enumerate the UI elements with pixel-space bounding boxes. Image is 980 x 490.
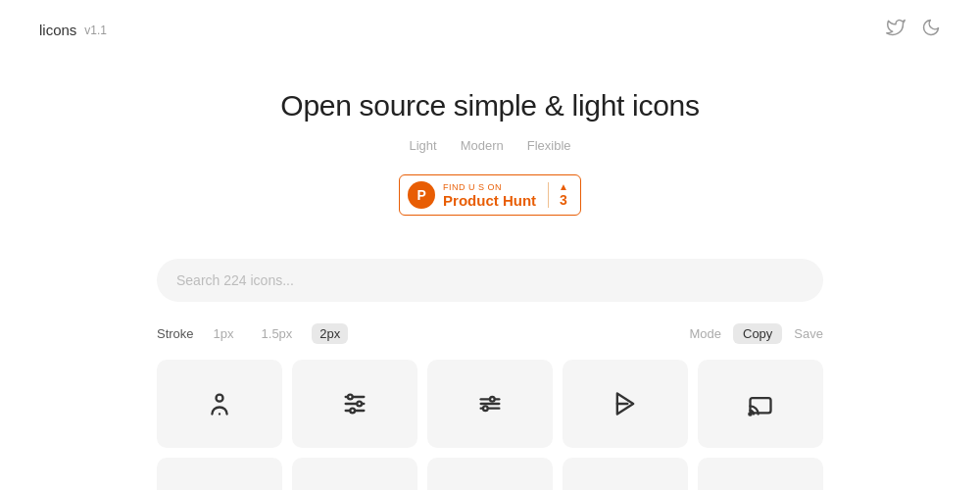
twitter-icon[interactable] [886,18,906,42]
ph-arrow-icon: ▲ [559,182,568,192]
logo-text: licons [39,22,76,38]
stroke-2px[interactable]: 2px [312,323,348,344]
version-badge: v1.1 [84,24,107,37]
stroke-controls: Stroke 1px 1.5px 2px [157,323,348,344]
settings-icon-card[interactable] [427,360,553,448]
badge-modern: Modern [461,138,504,153]
header: licons v1.1 [0,0,980,60]
person-icon [206,390,233,417]
save-button[interactable]: Save [794,326,823,341]
person-icon-card[interactable] [157,360,282,448]
settings-icon [476,390,504,417]
stroke-1-5px[interactable]: 1.5px [254,323,301,344]
cast-icon [747,390,774,417]
hero-section: Open source simple & light icons Light M… [0,60,980,235]
svg-point-5 [348,395,353,400]
svg-point-7 [350,409,355,414]
stroke-label: Stroke [157,326,194,341]
ph-vote-count: ▲ 3 [548,182,568,209]
badge-flexible: Flexible [527,138,571,153]
send-icon-card[interactable] [563,360,688,448]
sliders-icon [341,390,368,417]
search-input[interactable] [157,259,823,302]
ph-text: FIND U S ON Product Hunt [443,182,536,209]
hero-title: Open source simple & light icons [20,89,960,122]
hero-badges: Light Modern Flexible [20,138,960,153]
anchor-icon-card[interactable] [698,458,823,490]
badge-light: Light [409,138,436,153]
svg-point-16 [749,413,751,415]
logo: licons v1.1 [39,22,107,38]
ph-number: 3 [560,192,567,209]
svg-point-12 [483,406,488,411]
dark-mode-icon[interactable] [921,18,941,42]
copy-button[interactable]: Copy [733,323,782,344]
send-icon [612,390,639,417]
list-center-icon-card[interactable] [292,458,417,490]
product-hunt-button[interactable]: P FIND U S ON Product Hunt ▲ 3 [399,174,581,216]
controls-bar: Stroke 1px 1.5px 2px Mode Copy Save [0,314,980,356]
stroke-1px[interactable]: 1px [206,323,242,344]
svg-point-6 [357,402,362,407]
search-section [0,235,980,314]
ph-find-label: FIND U S ON [443,182,502,192]
mode-label: Mode [689,326,721,341]
header-actions [886,18,941,42]
list-right-icon-card[interactable] [157,458,282,490]
cast-icon-card[interactable] [698,360,823,448]
list-left-icon-card[interactable] [427,458,553,490]
list-alt-icon-card[interactable] [563,458,688,490]
svg-point-11 [490,397,495,402]
sliders-icon-card[interactable] [292,360,417,448]
svg-point-0 [217,395,223,402]
icons-grid [0,356,980,490]
right-controls: Mode Copy Save [689,323,823,344]
ph-name-label: Product Hunt [443,192,536,209]
ph-logo-icon: P [408,181,435,209]
